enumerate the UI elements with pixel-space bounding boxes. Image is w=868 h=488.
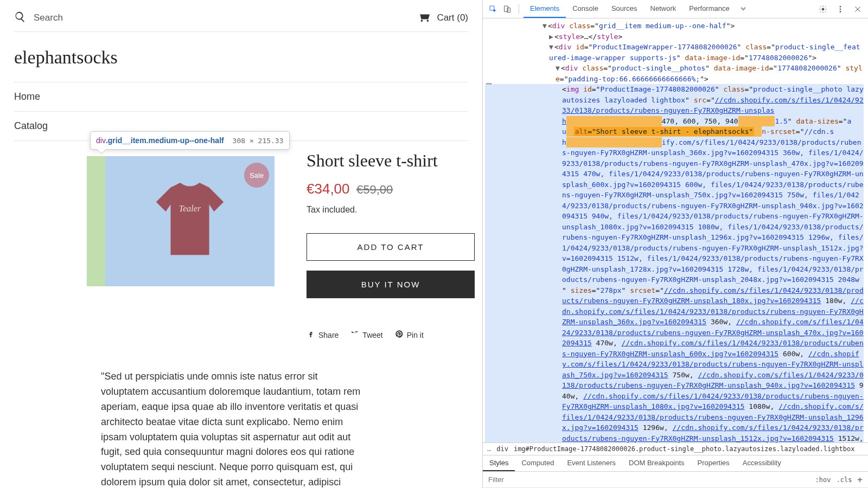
devtools-tab-performance[interactable]: Performance [682, 0, 736, 18]
cls-toggle[interactable]: .cls [836, 476, 852, 484]
svg-text:Tealer: Tealer [179, 204, 201, 213]
brand-title[interactable]: elephantsocks [14, 32, 468, 82]
topbar: Search Cart (0) [14, 7, 468, 32]
inspect-element-button[interactable] [486, 2, 500, 16]
search-placeholder: Search [34, 12, 63, 23]
inspector-margin-overlay [87, 156, 105, 286]
styles-subtab-computed[interactable]: Computed [515, 455, 560, 471]
price-row: €34,00 €59,00 [307, 181, 475, 197]
tooltip-tag: div [96, 136, 106, 145]
devtools-panel: ElementsConsoleSourcesNetworkPerformance… [483, 0, 868, 488]
cart-label: Cart (0) [437, 12, 468, 23]
elements-tree[interactable]: ⋯ ▼<div class="grid__item medium-up--one… [483, 18, 868, 442]
tooltip-classes: .grid__item.medium-up--one-half [106, 136, 224, 145]
pinterest-icon [395, 330, 404, 340]
product-description: "Sed ut perspiciatis unde omnis iste nat… [14, 369, 372, 488]
tweet-label: Tweet [362, 331, 382, 339]
styles-subtab-accessibility[interactable]: Accessibility [736, 455, 788, 471]
more-tabs-button[interactable] [736, 2, 750, 16]
cart-icon [417, 11, 431, 25]
pin-label: Pin it [407, 331, 424, 339]
devtools-toolbar: ElementsConsoleSourcesNetworkPerformance [483, 0, 868, 18]
devtools-tabs: ElementsConsoleSourcesNetworkPerformance [524, 0, 736, 18]
close-devtools-button[interactable] [851, 2, 865, 16]
device-toolbar-button[interactable] [500, 2, 514, 16]
product-image[interactable]: Tealer [141, 178, 239, 265]
svg-point-6 [840, 9, 841, 10]
tax-note: Tax included. [307, 205, 475, 215]
nav-home[interactable]: Home [14, 82, 468, 112]
breadcrumb-seg[interactable]: div [496, 445, 508, 453]
devtools-tab-sources[interactable]: Sources [605, 0, 644, 18]
price-was: €59,00 [356, 183, 393, 196]
styles-tabs: StylesComputedEvent ListenersDOM Breakpo… [483, 455, 868, 472]
new-style-rule-button[interactable]: + [857, 474, 863, 485]
price-now: €34,00 [307, 181, 350, 197]
hov-toggle[interactable]: :hov [815, 476, 831, 484]
selected-dom-node[interactable]: <img id="ProductImage-17748082000026" cl… [485, 84, 864, 442]
alt-attribute-highlight: alt="Short sleeve t-shirt - elephantsock… [574, 127, 755, 136]
sale-badge: Sale [244, 163, 269, 188]
share-pinterest[interactable]: Pin it [395, 330, 424, 340]
product-title: Short sleeve t-shirt [307, 151, 475, 171]
search[interactable]: Search [14, 11, 63, 25]
svg-point-7 [840, 11, 841, 12]
add-to-cart-button[interactable]: ADD TO CART [307, 233, 475, 261]
tooltip-dims: 308 × 215.33 [233, 137, 284, 145]
share-twitter[interactable]: Tweet [350, 330, 382, 340]
dom-breadcrumb[interactable]: … div img#ProductImage-17748082000026.pr… [483, 442, 868, 455]
inspector-content-overlay: Sale Tealer [105, 156, 275, 286]
styles-subtab-event-listeners[interactable]: Event Listeners [560, 455, 622, 471]
share-label: Share [318, 331, 339, 339]
page-viewport[interactable]: Search Cart (0) elephantsocks Home Catal… [0, 0, 483, 488]
devtools-tab-console[interactable]: Console [566, 0, 605, 18]
devtools-tab-network[interactable]: Network [644, 0, 683, 18]
kebab-menu-icon[interactable] [833, 2, 847, 16]
buy-now-button[interactable]: BUY IT NOW [307, 271, 475, 298]
styles-filter-input[interactable] [483, 476, 810, 484]
styles-subtab-styles[interactable]: Styles [483, 455, 515, 471]
twitter-icon [350, 330, 359, 340]
styles-toolbar: :hov .cls + [483, 472, 868, 488]
breadcrumb-last[interactable]: img#ProductImage-17748082000026.product-… [514, 445, 855, 453]
settings-icon[interactable] [816, 2, 830, 16]
collapsed-ancestors-icon[interactable]: ⋯ [486, 76, 492, 91]
search-icon [14, 11, 26, 25]
inspector-tooltip: div.grid__item.medium-up--one-half 308 ×… [90, 131, 290, 150]
facebook-icon [307, 330, 315, 340]
styles-subtab-properties[interactable]: Properties [691, 455, 736, 471]
svg-point-5 [840, 6, 841, 7]
devtools-tab-elements[interactable]: Elements [524, 0, 566, 18]
cart-link[interactable]: Cart (0) [417, 11, 468, 25]
breadcrumb-more[interactable]: … [487, 445, 491, 453]
share-facebook[interactable]: Share [307, 330, 339, 340]
social-row: Share Tweet Pin it [307, 330, 475, 340]
svg-point-4 [822, 8, 824, 10]
styles-subtab-dom-breakpoints[interactable]: DOM Breakpoints [622, 455, 691, 471]
